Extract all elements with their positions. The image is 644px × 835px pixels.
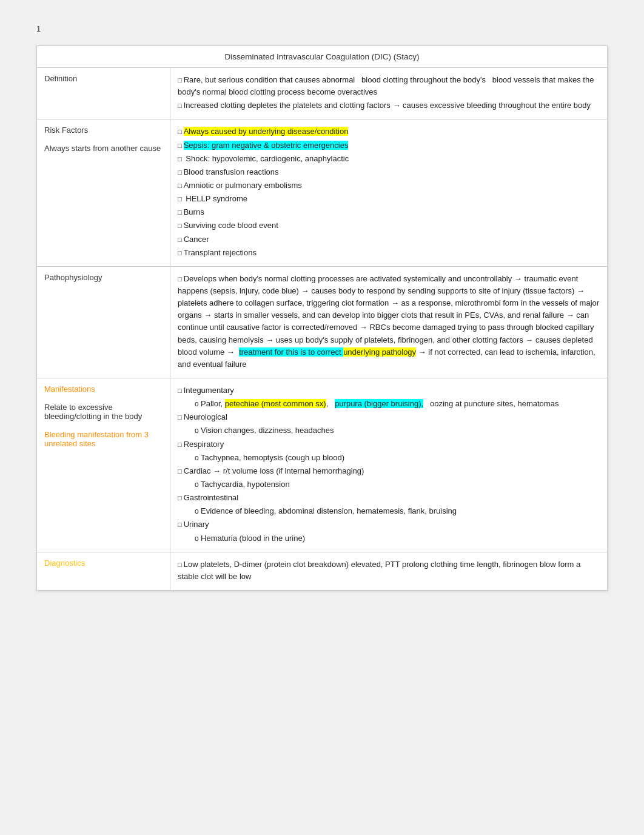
highlight-petechiae: petechiae (most common sx) xyxy=(225,399,326,408)
risk-factors-subtitle: Always starts from another cause xyxy=(44,144,161,153)
list-item: Transplant rejections xyxy=(178,247,600,259)
list-item: Gastrointestinal Evidence of bleeding, a… xyxy=(178,492,600,517)
list-item: Neurological Vision changes, dizziness, … xyxy=(178,411,600,437)
definition-label: Definition xyxy=(37,68,170,119)
sub-list-item: Hematuria (blood in the urine) xyxy=(195,532,600,545)
list-item: Develops when body's normal clotting pro… xyxy=(178,273,600,371)
list-item: Increased clotting depletes the platelet… xyxy=(178,99,600,112)
list-item: Always caused by underlying disease/cond… xyxy=(178,126,600,138)
manifestations-row: Manifestations Relate to excessive bleed… xyxy=(37,378,608,552)
sub-list-item: Pallor, petechiae (most common sx), purp… xyxy=(195,398,600,410)
risk-factors-row: Risk Factors Always starts from another … xyxy=(37,119,608,266)
highlight-purpura: purpura (bigger bruising), xyxy=(335,399,423,408)
risk-factors-content: Always caused by underlying disease/cond… xyxy=(170,119,608,266)
manifestations-label: Manifestations Relate to excessive bleed… xyxy=(37,378,170,552)
highlight-treatment: treatment for this is to correct underly… xyxy=(239,347,416,357)
highlight-always-caused: Always caused by underlying disease/cond… xyxy=(184,127,349,136)
list-item: Rare, but serious condition that causes … xyxy=(178,74,600,98)
list-item: Integumentary Pallor, petechiae (most co… xyxy=(178,384,600,410)
pathophysiology-label: Pathophysiology xyxy=(37,266,170,378)
title-row: Disseminated Intravascular Coagulation (… xyxy=(37,46,608,68)
list-item: Respiratory Tachypnea, hemoptysis (cough… xyxy=(178,438,600,464)
manifestations-subtitle1: Relate to excessive bleeding/clotting in… xyxy=(44,403,142,421)
definition-row: Definition Rare, but serious condition t… xyxy=(37,68,608,119)
pathophysiology-row: Pathophysiology Develops when body's nor… xyxy=(37,266,608,378)
list-item: Blood transfusion reactions xyxy=(178,166,600,178)
sub-list-item: Evidence of bleeding, abdominal distensi… xyxy=(195,505,600,517)
definition-text: Definition xyxy=(44,74,77,83)
diagnostics-row: Diagnostics Low platelets, D-dimer (prot… xyxy=(37,552,608,590)
table-title: Disseminated Intravascular Coagulation (… xyxy=(37,46,608,68)
list-item: Shock: hypovolemic, cardiogenic, anaphyl… xyxy=(178,153,600,165)
list-item: Burns xyxy=(178,206,600,218)
list-item: Low platelets, D-dimer (protein clot bre… xyxy=(178,558,600,583)
list-item: Cardiac → r/t volume loss (if internal h… xyxy=(178,465,600,491)
risk-factors-title: Risk Factors xyxy=(44,126,88,135)
diagnostics-content: Low platelets, D-dimer (protein clot bre… xyxy=(170,552,608,590)
sub-list-item: Vision changes, dizziness, headaches xyxy=(195,424,600,437)
list-item: Amniotic or pulmonary embolisms xyxy=(178,179,600,192)
pathophysiology-content: Develops when body's normal clotting pro… xyxy=(170,266,608,378)
list-item: Cancer xyxy=(178,233,600,246)
list-item: HELLP syndrome xyxy=(178,193,600,205)
pathophysiology-title: Pathophysiology xyxy=(44,273,102,282)
sub-list-item: Tachycardia, hypotension xyxy=(195,478,600,491)
highlight-underlying-pathology: underlying pathology xyxy=(343,347,416,357)
manifestations-title: Manifestations xyxy=(44,384,95,394)
sub-list-item: Tachypnea, hemoptysis (cough up blood) xyxy=(195,452,600,464)
list-item: Surviving code blood event xyxy=(178,220,600,232)
risk-factors-label: Risk Factors Always starts from another … xyxy=(37,119,170,266)
manifestations-content: Integumentary Pallor, petechiae (most co… xyxy=(170,378,608,552)
manifestations-subtitle2: Bleeding manifestation from 3 unrelated … xyxy=(44,430,149,448)
definition-content: Rare, but serious condition that causes … xyxy=(170,68,608,119)
list-item: Sepsis: gram negative & obstetric emerge… xyxy=(178,139,600,152)
main-table: Disseminated Intravascular Coagulation (… xyxy=(36,45,608,591)
diagnostics-title: Diagnostics xyxy=(44,558,85,568)
page-number: 1 xyxy=(36,24,608,33)
list-item: Urinary Hematuria (blood in the urine) xyxy=(178,518,600,544)
highlight-sepsis: Sepsis: gram negative & obstetric emerge… xyxy=(184,141,349,150)
diagnostics-label: Diagnostics xyxy=(37,552,170,590)
